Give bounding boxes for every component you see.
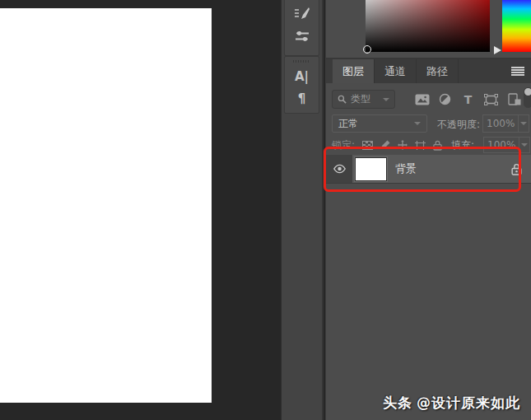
paragraph-panel-button[interactable]: ¶ [285, 87, 319, 110]
toggle-knob-icon [524, 88, 531, 96]
layer-filter-row: 类型 T [326, 83, 531, 112]
shape-icon [484, 94, 498, 105]
panel-menu-icon[interactable] [511, 67, 524, 76]
blend-opacity-row: 正常 不透明度: 100% [326, 112, 531, 135]
watermark-brand: 头条 [383, 394, 412, 411]
panel-column: 图层 通道 路径 类型 [325, 0, 531, 420]
smart-object-icon [508, 93, 521, 105]
filter-type-label: 类型 [351, 92, 370, 106]
opacity-value[interactable]: 100% [482, 114, 519, 133]
filter-kind-buttons: T [414, 90, 522, 109]
brush-settings-panel-button[interactable] [285, 2, 319, 25]
image-icon [415, 94, 430, 105]
drag-grip[interactable] [293, 60, 310, 63]
red-highlight-annotation [324, 147, 521, 192]
character-panel-button[interactable]: A| [285, 65, 319, 87]
filter-shape-layers-button[interactable] [483, 91, 499, 107]
document-canvas[interactable] [0, 8, 212, 403]
chevron-down-icon [521, 143, 528, 147]
panel-tab-bar: 图层 通道 路径 [326, 59, 531, 83]
opacity-label: 不透明度: [437, 118, 480, 132]
blend-mode-select[interactable]: 正常 [332, 114, 427, 133]
dock-group-brushes [284, 0, 319, 56]
search-icon [338, 95, 347, 104]
tab-channels[interactable]: 通道 [375, 59, 417, 83]
paragraph-panel-icon: ¶ [298, 91, 306, 106]
brush-settings-icon [294, 7, 310, 21]
character-panel-icon: A| [295, 69, 309, 84]
tab-paths[interactable]: 路径 [417, 59, 459, 83]
hue-slider-arrow[interactable] [494, 46, 501, 54]
color-field-cursor[interactable] [363, 45, 371, 54]
fill-dropdown-button[interactable] [519, 137, 530, 153]
filter-type-layers-button[interactable]: T [460, 91, 476, 107]
color-saturation-field[interactable] [366, 0, 490, 52]
opacity-input[interactable]: 100% [482, 114, 529, 133]
dock-group-type: A| ¶ [284, 56, 319, 114]
watermark: 头条@设计原来如此 [383, 394, 520, 413]
chevron-down-icon [383, 98, 389, 101]
filter-pixel-layers-button[interactable] [414, 91, 430, 107]
filter-adjustment-layers-button[interactable] [437, 91, 453, 107]
watermark-handle: @设计原来如此 [417, 394, 520, 411]
chevron-down-icon [414, 122, 421, 125]
brushes-icon [294, 30, 310, 43]
blend-mode-value: 正常 [338, 117, 358, 131]
photoshop-window: A| ¶ 图层 通道 路径 [0, 0, 531, 420]
layer-filter-toggle[interactable] [524, 87, 531, 108]
hue-ramp[interactable] [502, 0, 531, 52]
panel-dock: A| ¶ [281, 0, 324, 420]
brushes-panel-button[interactable] [285, 25, 319, 47]
type-icon: T [464, 93, 473, 106]
tab-layers[interactable]: 图层 [333, 59, 375, 83]
opacity-dropdown-button[interactable] [519, 114, 529, 133]
filter-smart-objects-button[interactable] [506, 91, 522, 107]
chevron-down-icon [520, 122, 527, 125]
adjustment-icon [439, 93, 451, 105]
filter-type-select[interactable]: 类型 [332, 90, 395, 109]
